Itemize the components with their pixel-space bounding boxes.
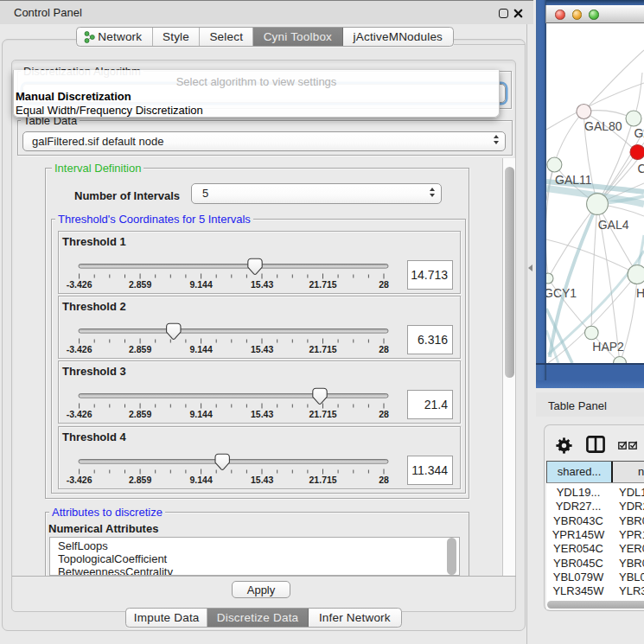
svg-text:2.859: 2.859 — [129, 279, 151, 290]
svg-text:9.144: 9.144 — [189, 409, 212, 419]
svg-text:21.715: 21.715 — [309, 344, 337, 354]
svg-text:2.859: 2.859 — [129, 409, 151, 419]
svg-text:HAP2: HAP2 — [592, 340, 624, 354]
svg-text:21.715: 21.715 — [309, 409, 337, 419]
svg-text:21.715: 21.715 — [309, 279, 337, 290]
svg-text:15.43: 15.43 — [251, 475, 273, 485]
svg-text:-3.426: -3.426 — [67, 344, 92, 354]
svg-text:GAL80: GAL80 — [584, 119, 622, 133]
svg-text:GAL4: GAL4 — [598, 218, 629, 232]
svg-text:9.144: 9.144 — [189, 279, 212, 290]
svg-text:28: 28 — [379, 475, 389, 485]
svg-text:C: C — [638, 162, 644, 175]
svg-text:15.43: 15.43 — [251, 409, 273, 419]
svg-text:28: 28 — [379, 409, 389, 419]
svg-text:H: H — [636, 286, 644, 300]
svg-text:9.144: 9.144 — [189, 475, 212, 485]
svg-text:GA: GA — [634, 126, 644, 140]
svg-text:15.43: 15.43 — [251, 344, 273, 354]
svg-text:-3.426: -3.426 — [67, 409, 92, 419]
svg-text:-3.426: -3.426 — [67, 279, 92, 290]
svg-text:28: 28 — [379, 344, 389, 354]
svg-text:9.144: 9.144 — [189, 344, 212, 354]
svg-text:28: 28 — [379, 279, 389, 290]
svg-text:2.859: 2.859 — [129, 344, 151, 354]
svg-text:15.43: 15.43 — [251, 279, 273, 290]
svg-text:-3.426: -3.426 — [67, 475, 92, 485]
svg-text:21.715: 21.715 — [309, 475, 337, 485]
svg-text:GAL11: GAL11 — [555, 173, 592, 187]
svg-text:GCY1: GCY1 — [546, 286, 577, 300]
svg-text:2.859: 2.859 — [129, 475, 151, 485]
